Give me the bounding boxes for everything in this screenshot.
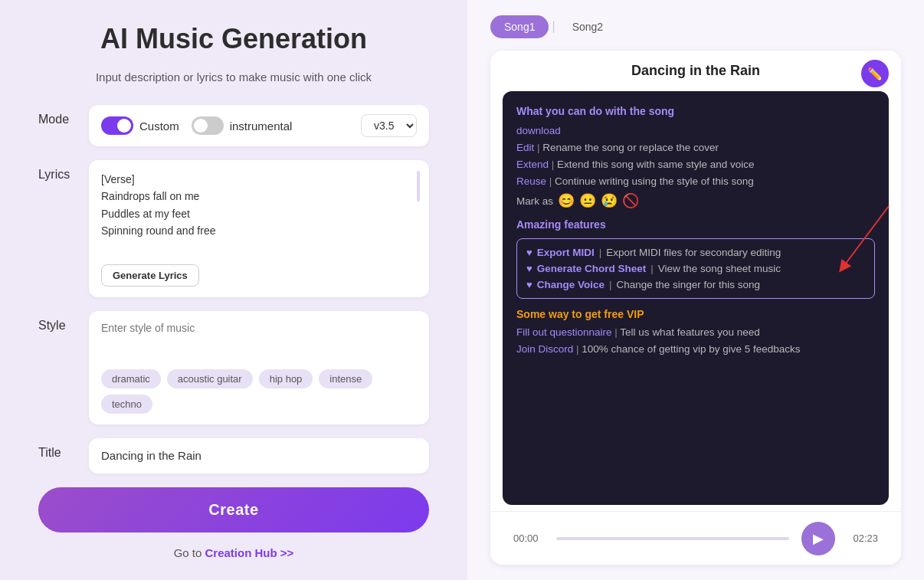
mode-label: Mode — [38, 105, 77, 126]
amazing-row-chord: ♥ Generate Chord Sheet | View the song s… — [526, 263, 865, 274]
chord-sheet-link[interactable]: Generate Chord Sheet — [537, 263, 647, 274]
questionnaire-link[interactable]: Fill out questionnaire — [516, 326, 612, 338]
creation-hub-anchor[interactable]: Creation Hub >> — [205, 546, 294, 559]
version-select[interactable]: v3.5 v3.0 — [361, 114, 417, 137]
lyrics-content: [Verse] Raindrops fall on me Puddles at … — [89, 160, 429, 297]
style-input[interactable] — [101, 322, 417, 360]
amazing-section: Amazing features ♥ Export MIDI | Export … — [516, 218, 875, 299]
char-indicator — [417, 171, 420, 202]
song-info-panel: What you can do with the song download E… — [503, 91, 889, 505]
title-row: Title — [38, 438, 429, 474]
download-link[interactable]: download — [516, 125, 561, 136]
song-title: Dancing in the Rain — [631, 63, 760, 78]
title-content — [89, 438, 429, 474]
creation-hub-prefix: Go to — [174, 546, 202, 559]
amazing-title: Amazing features — [516, 218, 875, 231]
style-tag-acoustic[interactable]: acoustic guitar — [167, 369, 253, 388]
reuse-desc: Continue writing using the style of this… — [555, 175, 754, 187]
mode-row: Mode Custom instrumental v3.5 v3. — [38, 105, 429, 146]
vip-discord-row: Join Discord | 100% chance of getting vi… — [516, 343, 875, 355]
info-reuse-row: Reuse | Continue writing using the style… — [516, 175, 875, 187]
chord-desc: View the song sheet music — [658, 263, 781, 274]
export-midi-link[interactable]: Export MIDI — [537, 247, 595, 258]
instrumental-toggle-knob — [194, 119, 208, 133]
mode-controls: Custom instrumental v3.5 v3.0 — [89, 105, 429, 146]
info-section-title: What you can do with the song — [516, 105, 875, 117]
style-tags: dramatic acoustic guitar hip hop intense… — [101, 369, 417, 414]
reuse-link[interactable]: Reuse — [516, 175, 546, 187]
vip-questionnaire-row: Fill out questionnaire | Tell us what fe… — [516, 326, 875, 338]
change-voice-link[interactable]: Change Voice — [537, 279, 605, 290]
style-tag-dramatic[interactable]: dramatic — [101, 369, 161, 388]
heart-icon-chord: ♥ — [526, 263, 532, 274]
info-edit-row: Edit | Rename the song or replace the co… — [516, 142, 875, 153]
emoji-block[interactable]: 🚫 — [622, 192, 639, 209]
custom-toggle-group: Custom — [101, 116, 179, 135]
play-button[interactable]: ▶ — [801, 522, 835, 555]
instrumental-toggle[interactable] — [192, 116, 224, 135]
amazing-row-midi: ♥ Export MIDI | Export MIDI files for se… — [526, 247, 865, 258]
vip-title: Some way to get free VIP — [516, 308, 875, 320]
emoji-row: Mark as 😊 😐 😢 🚫 — [516, 192, 875, 209]
custom-label: Custom — [139, 120, 179, 133]
song-tabs: Song1 | Song2 — [490, 15, 901, 38]
emoji-sad[interactable]: 😢 — [601, 192, 618, 209]
tab-song2[interactable]: Song2 — [559, 15, 617, 38]
generate-lyrics-button[interactable]: Generate Lyrics — [101, 264, 199, 287]
edit-link[interactable]: Edit — [516, 142, 534, 153]
right-panel: Song1 | Song2 Dancing in the Rain ✏️ Wha… — [467, 0, 924, 580]
instrumental-toggle-group: instrumental — [192, 116, 293, 135]
create-button[interactable]: Create — [38, 487, 429, 532]
midi-desc: Export MIDI files for secondary editing — [606, 247, 781, 258]
style-content: dramatic acoustic guitar hip hop intense… — [89, 311, 429, 424]
lyrics-box: [Verse] Raindrops fall on me Puddles at … — [89, 160, 429, 297]
style-tag-hiphop[interactable]: hip hop — [259, 369, 313, 388]
custom-toggle[interactable] — [101, 116, 133, 135]
emoji-happy[interactable]: 😊 — [558, 192, 575, 209]
extend-desc: Extend this song with same style and voi… — [557, 159, 754, 170]
page-title: AI Music Generation — [38, 23, 429, 55]
time-start: 00:00 — [513, 532, 544, 544]
instrumental-label: instrumental — [230, 120, 293, 133]
style-label: Style — [38, 311, 77, 333]
creation-hub-link: Go to Creation Hub >> — [38, 546, 429, 559]
emoji-neutral[interactable]: 😐 — [579, 192, 596, 209]
title-input[interactable] — [101, 449, 417, 462]
extend-link[interactable]: Extend — [516, 159, 549, 170]
info-download-row: download — [516, 125, 875, 136]
lyrics-label: Lyrics — [38, 160, 77, 182]
discord-link[interactable]: Join Discord — [516, 343, 573, 355]
heart-icon-midi: ♥ — [526, 247, 532, 258]
song-title-bar: Dancing in the Rain ✏️ — [490, 51, 901, 91]
title-label: Title — [38, 438, 77, 460]
style-tag-intense[interactable]: intense — [319, 369, 372, 388]
tab-song1[interactable]: Song1 — [490, 15, 549, 38]
lyrics-row: Lyrics [Verse] Raindrops fall on me Pudd… — [38, 160, 429, 297]
tab-divider: | — [552, 20, 555, 34]
discord-desc: 100% chance of getting vip by give 5 fee… — [582, 343, 800, 355]
page-subtitle: Input description or lyrics to make musi… — [38, 70, 429, 84]
style-row: Style dramatic acoustic guitar hip hop i… — [38, 311, 429, 424]
amazing-box: ♥ Export MIDI | Export MIDI files for se… — [516, 238, 875, 299]
mode-content: Custom instrumental v3.5 v3.0 — [89, 105, 429, 146]
left-panel: AI Music Generation Input description or… — [0, 0, 467, 580]
mark-as-label: Mark as — [516, 195, 553, 207]
heart-icon-voice: ♥ — [526, 279, 532, 290]
custom-toggle-knob — [117, 119, 131, 133]
time-end: 02:23 — [847, 532, 878, 544]
progress-track[interactable] — [556, 537, 789, 540]
style-tag-techno[interactable]: techno — [101, 395, 152, 414]
amazing-row-voice: ♥ Change Voice | Change the singer for t… — [526, 279, 865, 290]
questionnaire-desc: Tell us what features you need — [620, 326, 759, 338]
title-box — [89, 438, 429, 474]
voice-desc: Change the singer for this song — [617, 279, 761, 290]
lyrics-textarea[interactable]: [Verse] Raindrops fall on me Puddles at … — [101, 171, 417, 255]
song-card: Dancing in the Rain ✏️ What you can do w… — [490, 51, 901, 565]
style-box: dramatic acoustic guitar hip hop intense… — [89, 311, 429, 424]
edit-icon[interactable]: ✏️ — [861, 60, 889, 87]
info-extend-row: Extend | Extend this song with same styl… — [516, 159, 875, 170]
vip-section: Some way to get free VIP Fill out questi… — [516, 308, 875, 355]
edit-desc: Rename the song or replace the cover — [542, 142, 719, 153]
player-bar: 00:00 ▶ 02:23 — [490, 511, 901, 565]
